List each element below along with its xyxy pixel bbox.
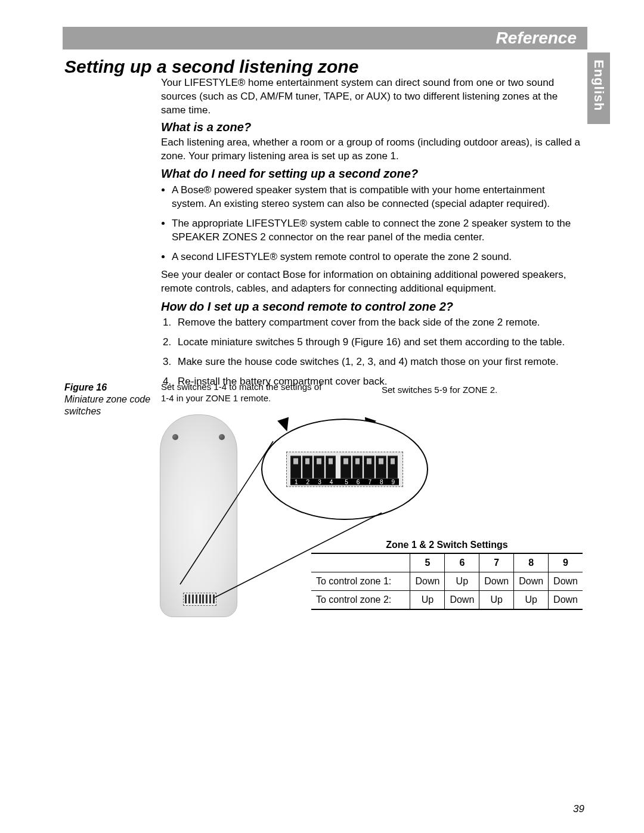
cell: Down [479,572,514,591]
heading-need: What do I need for setting up a second z… [161,167,418,181]
setup-step: Remove the battery compartment cover fro… [174,316,581,330]
language-label: English [591,60,606,111]
col-header: 5 [410,553,445,572]
cell: Down [514,572,549,591]
table-title: Zone 1 & 2 Switch Settings [311,540,583,550]
page-number: 39 [573,803,584,815]
need-bullet: A second LIFESTYLE® system remote contro… [172,250,581,264]
cell: Down [445,591,479,610]
section-header: Reference [63,27,587,49]
cell: Up [445,572,479,591]
need-list: A Bose® powered speaker system that is c… [161,184,581,270]
svg-line-0 [180,441,273,584]
cell: Up [514,591,549,610]
cell: Down [549,572,583,591]
figure-label: Figure 16 Miniature zone code switches [64,382,151,417]
intro-paragraph: Your LIFESTYLE® home entertainment syste… [161,76,581,117]
table-row: To control zone 2: Up Down Up Up Down [311,591,583,610]
heading-setup-remote: How do I set up a second remote to contr… [161,300,453,314]
cell: Down [410,572,445,591]
cell: Up [410,591,445,610]
cell: Up [479,591,514,610]
setup-step: Locate miniature switches 5 through 9 (F… [174,336,581,349]
figure-callout-left: Set switches 1-4 to match the settings o… [161,382,328,404]
col-header: 7 [479,553,514,572]
col-header: 8 [514,553,549,572]
dealer-note: See your dealer or contact Bose for info… [161,268,581,296]
need-bullet: A Bose® powered speaker system that is c… [172,184,581,211]
switch-settings-table: Zone 1 & 2 Switch Settings 5 6 7 8 9 To … [311,540,583,610]
table-row: To control zone 1: Down Up Down Down Dow… [311,572,583,591]
figure-caption: Miniature zone code switches [64,394,151,417]
language-tab: English [587,52,610,124]
cell: Down [549,591,583,610]
col-header: 6 [445,553,479,572]
heading-what-is-zone: What is a zone? [161,120,251,134]
table-header-row: 5 6 7 8 9 [311,553,583,572]
switch-table: 5 6 7 8 9 To control zone 1: Down Up Dow… [311,553,583,610]
setup-step: Make sure the house code switches (1, 2,… [174,355,581,369]
row-label: To control zone 2: [311,591,410,610]
zone-definition: Each listening area, whether a room or a… [161,136,581,163]
row-label: To control zone 1: [311,572,410,591]
col-header: 9 [549,553,583,572]
figure-callout-right: Set switches 5-9 for ZONE 2. [382,385,537,395]
section-title: Reference [496,29,587,47]
figure-number: Figure 16 [64,382,151,394]
page-title: Setting up a second listening zone [64,57,358,77]
need-bullet: The appropriate LIFESTYLE® system cable … [172,217,581,244]
